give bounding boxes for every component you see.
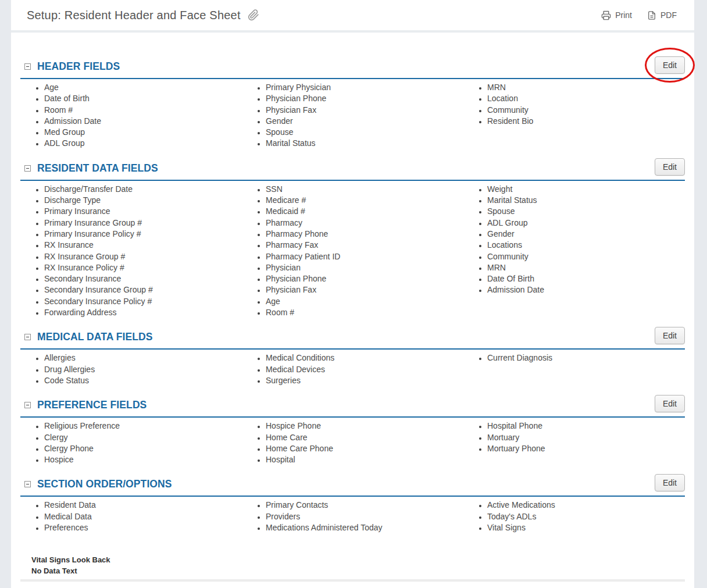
main-panel: HEADER FIELDS Edit AgeDate of BirthRoom …	[11, 33, 694, 588]
field-item: Medicare #	[266, 195, 463, 206]
collapse-minus-icon[interactable]	[24, 481, 31, 487]
edit-button-wrap: Edit	[655, 158, 685, 176]
field-item: Discharge/Transfer Date	[44, 184, 242, 195]
field-item: Current Diagnosis	[487, 352, 685, 364]
vital-signs-look-back-label: Vital Signs Look Back	[31, 554, 685, 565]
edit-button-wrap: Edit	[655, 474, 685, 491]
section-title: RESIDENT DATA FIELDS	[37, 162, 158, 174]
field-item: Secondary Insurance Policy #	[44, 296, 242, 307]
fields-column: Discharge/Transfer DateDischarge TypePri…	[20, 184, 242, 319]
print-button[interactable]: Print	[601, 10, 632, 20]
field-item: Discharge Type	[44, 195, 242, 206]
field-item: Primary Insurance Policy #	[44, 229, 242, 240]
fields-column: Hospital PhoneMortuaryMortuary Phone	[463, 420, 685, 465]
edit-button[interactable]: Edit	[655, 158, 685, 176]
page-title: Setup: Resident Header and Face Sheet	[27, 9, 241, 22]
fields-column: MRNLocationCommunityResident Bio	[463, 82, 685, 149]
section-title: PREFERENCE FIELDS	[37, 399, 147, 411]
field-item: Physician	[266, 262, 463, 273]
edit-button[interactable]: Edit	[655, 474, 685, 491]
section-medical-data-fields: MEDICAL DATA FIELDS Edit AllergiesDrug A…	[20, 326, 685, 386]
field-item: Medical Data	[44, 511, 242, 522]
field-item: Resident Bio	[487, 116, 685, 127]
field-item: ADL Group	[487, 218, 685, 229]
field-item: Resident Data	[44, 500, 242, 511]
field-item: Primary Physician	[266, 82, 463, 93]
fields-column: SSNMedicare #Medicaid #PharmacyPharmacy …	[242, 184, 463, 319]
field-item: Hospice	[44, 454, 242, 465]
field-item: Clergy Phone	[44, 443, 242, 454]
section-preference-fields: PREFERENCE FIELDS Edit Religious Prefere…	[20, 394, 685, 465]
edit-button[interactable]: Edit	[655, 327, 685, 344]
field-item: Spouse	[487, 206, 685, 217]
edit-button[interactable]: Edit	[655, 56, 685, 74]
field-item: Admission Date	[44, 116, 242, 127]
section-head: SECTION ORDER/OPTIONS Edit	[20, 473, 685, 497]
field-item: Allergies	[44, 352, 242, 364]
pdf-button[interactable]: PDF	[647, 10, 677, 20]
no-data-text-label: No Data Text	[31, 565, 685, 576]
fields-column: Religious PreferenceClergyClergy PhoneHo…	[20, 420, 242, 465]
field-item: Date of Birth	[44, 93, 242, 104]
collapse-minus-icon[interactable]	[24, 63, 31, 70]
field-item: MRN	[487, 82, 685, 93]
edit-button-wrap: Edit	[655, 327, 685, 344]
titlebar: Setup: Resident Header and Face Sheet Pr…	[11, 0, 694, 33]
field-item: Gender	[487, 229, 685, 240]
collapse-minus-icon[interactable]	[24, 334, 31, 340]
field-item: Medical Devices	[266, 364, 463, 375]
section-head: MEDICAL DATA FIELDS Edit	[20, 326, 685, 350]
field-item: Surgeries	[266, 375, 463, 386]
field-item: Medical Conditions	[266, 352, 463, 364]
field-item: Clergy	[44, 432, 242, 443]
field-item: Med Group	[44, 127, 242, 138]
field-item: Medicaid #	[266, 206, 463, 217]
field-item: Physician Phone	[266, 273, 463, 284]
printer-icon	[601, 10, 611, 20]
field-item: Providers	[266, 511, 463, 522]
section-title: HEADER FIELDS	[37, 60, 120, 73]
field-item: Active Medications	[487, 500, 685, 511]
document-icon	[647, 10, 656, 20]
fields-column: Primary PhysicianPhysician PhonePhysicia…	[242, 82, 463, 149]
field-item: Pharmacy Fax	[266, 240, 463, 251]
collapse-minus-icon[interactable]	[24, 402, 31, 408]
field-item: RX Insurance	[44, 240, 242, 251]
field-item: Locations	[487, 240, 685, 251]
field-item: Mortuary Phone	[487, 443, 685, 454]
field-item: Age	[266, 296, 463, 307]
section-title: MEDICAL DATA FIELDS	[37, 331, 153, 343]
field-item: Community	[487, 105, 685, 116]
field-item: Room #	[44, 105, 242, 116]
fields-grid: Religious PreferenceClergyClergy PhoneHo…	[20, 420, 685, 465]
section-head: PREFERENCE FIELDS Edit	[20, 394, 685, 418]
field-item: Primary Insurance Group #	[44, 218, 242, 229]
field-item: MRN	[487, 262, 685, 273]
field-item: Community	[487, 251, 685, 262]
field-item: Today's ADLs	[487, 511, 685, 522]
paperclip-icon[interactable]	[248, 9, 259, 21]
field-item: Physician Fax	[266, 284, 463, 295]
field-item: Date Of Birth	[487, 273, 685, 284]
field-item: Weight	[487, 184, 685, 195]
collapse-minus-icon[interactable]	[24, 165, 31, 172]
field-item: Pharmacy	[266, 218, 463, 229]
field-item: Hospice Phone	[266, 420, 463, 432]
field-item: Mortuary	[487, 432, 685, 443]
field-item: Marital Status	[266, 138, 463, 149]
fields-grid: AgeDate of BirthRoom #Admission DateMed …	[20, 82, 685, 149]
field-item: Secondary Insurance Group #	[44, 284, 242, 295]
field-item: Gender	[266, 116, 463, 127]
field-item: Home Care	[266, 432, 463, 443]
field-item: RX Insurance Policy #	[44, 262, 242, 273]
fields-column: Hospice PhoneHome CareHome Care PhoneHos…	[242, 420, 463, 465]
section-resident-data-fields: RESIDENT DATA FIELDS Edit Discharge/Tran…	[20, 158, 685, 319]
field-item: SSN	[266, 184, 463, 195]
field-item: Home Care Phone	[266, 443, 463, 454]
field-item: Hospital	[266, 454, 463, 465]
edit-button[interactable]: Edit	[655, 395, 685, 412]
section-section-order-options: SECTION ORDER/OPTIONS Edit Resident Data…	[20, 473, 685, 533]
section-header-fields: HEADER FIELDS Edit AgeDate of BirthRoom …	[20, 56, 685, 149]
fields-column: AgeDate of BirthRoom #Admission DateMed …	[20, 82, 242, 149]
fields-column: Active MedicationsToday's ADLsVital Sign…	[463, 500, 685, 533]
